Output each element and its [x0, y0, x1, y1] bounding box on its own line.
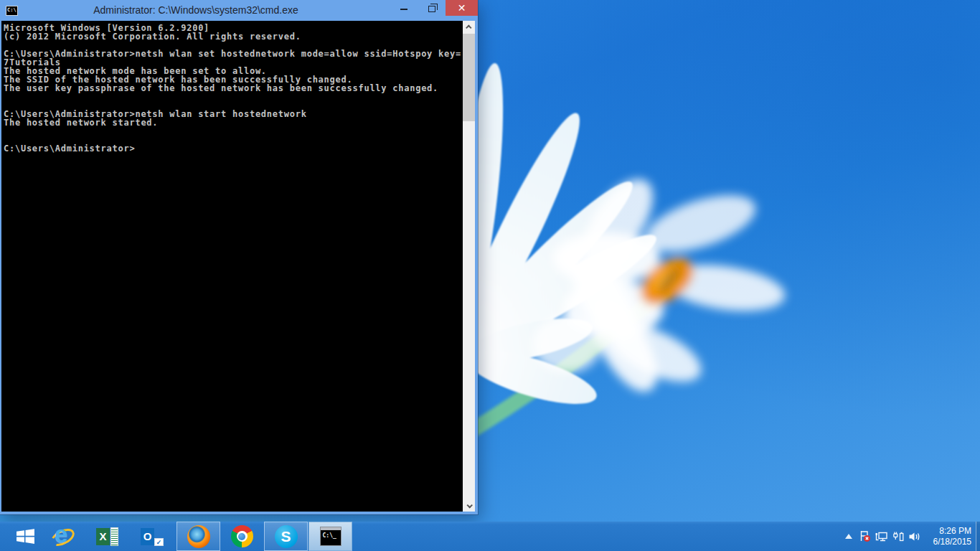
volume-button[interactable]: [906, 522, 923, 551]
internet-explorer-icon: e: [51, 525, 75, 548]
chrome-icon: [231, 525, 253, 547]
console-output[interactable]: Microsoft Windows [Version 6.2.9200] (c)…: [1, 21, 463, 512]
desktop[interactable]: C:\. Administrator: C:\Windows\system32\…: [0, 0, 980, 551]
power-icon: [892, 531, 904, 542]
close-button[interactable]: ✕: [446, 0, 478, 16]
taskbar-item-outlook[interactable]: O ✓: [137, 522, 167, 551]
power-button[interactable]: [890, 522, 906, 551]
taskbar-item-excel[interactable]: X: [93, 522, 123, 551]
window-title: Administrator: C:\Windows\system32\cmd.e…: [0, 0, 392, 21]
outlook-envelope-glyph: ✓: [154, 538, 164, 546]
taskbar-item-internet-explorer[interactable]: e: [48, 522, 78, 551]
cmd-taskbar-icon: C:\_: [320, 527, 341, 546]
network-button[interactable]: [873, 522, 890, 551]
cmd-window: C:\. Administrator: C:\Windows\system32\…: [0, 0, 478, 514]
clock-time: 8:26 PM: [923, 526, 971, 537]
outlook-icon: O ✓: [141, 526, 164, 547]
scrollbar-thumb[interactable]: [463, 34, 475, 121]
scroll-down-button[interactable]: [463, 499, 475, 512]
minimize-icon: [400, 9, 407, 10]
minimize-button[interactable]: [390, 0, 418, 16]
restore-icon: [428, 6, 435, 12]
title-bar[interactable]: C:\. Administrator: C:\Windows\system32\…: [0, 0, 478, 21]
taskbar: e X O ✓ S C:\_: [0, 522, 980, 551]
network-icon: [875, 531, 888, 542]
taskbar-item-skype[interactable]: S: [264, 522, 308, 551]
skype-icon: S: [275, 525, 298, 548]
clock-date: 6/18/2015: [923, 537, 971, 547]
start-button[interactable]: [6, 522, 44, 551]
start-icon: [16, 528, 35, 545]
action-center-flag-icon: [859, 530, 871, 542]
taskbar-item-cmd[interactable]: C:\_: [308, 522, 352, 551]
clock[interactable]: 8:26 PM 6/18/2015: [923, 526, 976, 547]
show-desktop-button[interactable]: [976, 522, 980, 551]
firefox-icon: [187, 525, 210, 548]
console-text: Microsoft Windows [Version 6.2.9200] (c)…: [1, 21, 463, 153]
action-center-button[interactable]: [857, 522, 873, 551]
excel-sheet-glyph: [110, 527, 118, 546]
taskbar-item-chrome[interactable]: [227, 522, 257, 551]
excel-icon: X: [96, 526, 119, 547]
restore-button[interactable]: [418, 0, 446, 16]
chevron-up-icon: [466, 24, 471, 30]
console-scrollbar[interactable]: [463, 21, 475, 512]
volume-icon: [908, 531, 921, 542]
show-hidden-icons-button[interactable]: [840, 522, 857, 551]
scroll-up-button[interactable]: [463, 21, 475, 33]
show-hidden-icons-icon: [845, 534, 852, 539]
chevron-down-icon: [466, 502, 472, 508]
taskbar-item-firefox[interactable]: [176, 522, 220, 551]
system-tray: 8:26 PM 6/18/2015: [840, 522, 980, 551]
